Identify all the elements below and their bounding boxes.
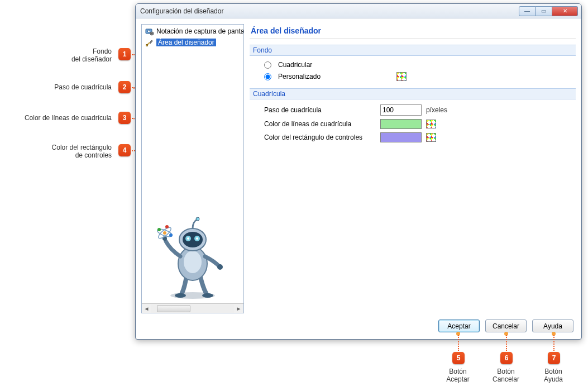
radio-cuadricular-label: Cuadricular [278, 61, 312, 69]
callout-5-line [458, 335, 459, 351]
tree-item-designer-area[interactable]: Área del diseñador [143, 37, 242, 48]
section-fondo: Fondo Cuadricular Personalizado [250, 45, 576, 83]
svg-point-1 [147, 30, 150, 32]
callout-6-line [506, 335, 507, 351]
svg-point-6 [202, 293, 213, 298]
tools-icon [145, 38, 154, 47]
callout-2-label: Paso de cuadrícula [0, 83, 112, 91]
svg-point-8 [184, 251, 202, 273]
callout-badge-2: 2 [118, 81, 131, 93]
control-rect-color-label: Color del rectángulo de controles [264, 133, 376, 141]
tree-item-screenshot-notation[interactable]: Notación de captura de pantal [143, 26, 242, 37]
callout-badge-5: 5 [452, 352, 465, 364]
callout-badge-7: 7 [548, 352, 560, 364]
svg-point-9 [217, 264, 223, 270]
accept-button[interactable]: Aceptar [438, 320, 480, 332]
cancel-button[interactable]: Cancelar [485, 320, 527, 332]
callout-badge-4: 4 [118, 144, 131, 156]
radio-personalizado[interactable]: Personalizado [264, 70, 576, 83]
dialog-window: Configuración del diseñador — ▭ ✕ Notaci… [135, 3, 582, 340]
svg-point-18 [183, 232, 203, 247]
minimize-button[interactable]: — [519, 6, 536, 16]
tree-hscrollbar[interactable]: ◄ ► [142, 303, 243, 313]
svg-point-16 [165, 225, 169, 228]
row-grid-step: Paso de cuadrícula píxeles [264, 103, 576, 117]
radio-personalizado-input[interactable] [264, 73, 271, 80]
section-fondo-head: Fondo [250, 45, 576, 56]
svg-point-13 [163, 231, 166, 235]
tree-item-label: Notación de captura de pantal [156, 27, 243, 35]
grid-step-label: Paso de cuadrícula [264, 106, 376, 114]
callout-4-label: Color del rectángulode controles [0, 144, 112, 159]
svg-point-14 [157, 228, 161, 231]
svg-point-15 [169, 233, 173, 237]
callout-badge-6: 6 [500, 352, 513, 364]
callout-1-label: Fondodel diseñador [0, 47, 112, 63]
section-cuadricula-head: Cuadrícula [250, 88, 576, 99]
svg-point-5 [175, 293, 186, 298]
callout-7-label: BotónAyuda [537, 368, 570, 383]
titlebar[interactable]: Configuración del diseñador — ▭ ✕ [136, 4, 581, 18]
svg-point-23 [196, 217, 199, 221]
mascot-image [142, 208, 243, 303]
grid-line-color-label: Color de líneas de cuadrícula [264, 120, 376, 128]
callout-3-label: Color de líneas de cuadrícula [0, 114, 112, 122]
callout-6-label: BotónCancelar [489, 368, 523, 383]
grid-step-input[interactable] [380, 104, 422, 116]
radio-personalizado-label: Personalizado [278, 73, 321, 80]
control-rect-color-picker-button[interactable] [426, 133, 436, 142]
category-tree: Notación de captura de pantal Área del d… [141, 24, 244, 313]
dialog-button-row: Aceptar Cancelar Ayuda [438, 320, 573, 332]
page-title: Área del diseñador [250, 24, 576, 39]
help-button[interactable]: Ayuda [532, 320, 573, 332]
scroll-thumb[interactable] [157, 305, 190, 312]
window-title: Configuración del diseñador [140, 7, 519, 15]
radio-cuadricular-input[interactable] [264, 61, 271, 69]
svg-point-21 [187, 237, 189, 240]
row-grid-line-color: Color de líneas de cuadrícula [264, 117, 576, 131]
svg-point-22 [196, 237, 198, 240]
fondo-color-picker-button[interactable] [396, 72, 407, 81]
scroll-track[interactable] [151, 304, 234, 313]
scroll-left-icon[interactable]: ◄ [142, 306, 151, 312]
maximize-button[interactable]: ▭ [536, 6, 552, 16]
tree-item-label: Área del diseñador [156, 39, 216, 46]
callout-5-label: BotónAceptar [441, 368, 475, 383]
close-button[interactable]: ✕ [552, 6, 578, 16]
row-control-rect-color: Color del rectángulo de controles [264, 131, 576, 144]
callout-badge-1: 1 [118, 48, 131, 60]
svg-rect-3 [146, 45, 148, 46]
settings-content: Área del diseñador Fondo Cuadricular Per… [250, 24, 576, 313]
section-cuadricula: Cuadrícula Paso de cuadrícula píxeles Co… [250, 88, 576, 144]
grid-line-color-swatch [380, 119, 422, 129]
control-rect-color-swatch [380, 132, 422, 142]
callout-badge-3: 3 [118, 112, 131, 124]
grid-line-color-picker-button[interactable] [426, 120, 436, 128]
grid-step-unit: píxeles [426, 106, 447, 114]
callout-7-line [553, 335, 554, 351]
scroll-right-icon[interactable]: ► [234, 306, 243, 312]
radio-cuadricular[interactable]: Cuadricular [264, 59, 576, 70]
camera-gear-icon [145, 27, 154, 36]
